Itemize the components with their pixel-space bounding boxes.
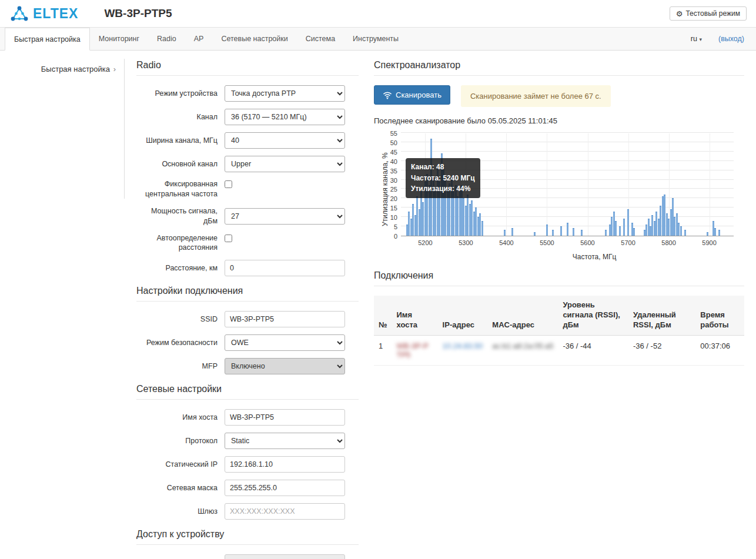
conn-ip-link-redacted[interactable]: 10.24.83.50 — [443, 342, 483, 350]
test-mode-label: Тестовый режим — [685, 9, 740, 18]
channel-control: 36 (5170 — 5210 МГц) — [225, 109, 345, 125]
tab-ap[interactable]: AP — [185, 28, 213, 50]
gateway-input[interactable] — [225, 503, 345, 520]
conn-column-0: № — [374, 296, 392, 335]
spectrum-chart: Утилизация канала, % Канал: 48 Частота: … — [374, 133, 738, 261]
tx-power-label: Мощность сигнала, дБм — [136, 206, 225, 226]
spectrum-bar — [581, 230, 583, 236]
sidebar-item-label: Быстрая настройка — [41, 65, 110, 73]
top-bar: ELTEX WB-3P-PTP5 ⚙ Тестовый режим — [0, 0, 756, 27]
spectrum-bar — [619, 226, 621, 236]
y-axis-tick: 20 — [380, 195, 397, 202]
connections-header-row: №Имя хостаIP-адресMAC-адресУровень сигна… — [374, 296, 744, 335]
fixed-center-freq-control — [225, 179, 345, 190]
chevron-down-icon: ▾ — [699, 36, 702, 42]
tooltip-utilization: Утилизация: 44% — [411, 183, 475, 195]
tab-monitoring[interactable]: Мониторинг — [90, 28, 148, 50]
ssid-label: SSID — [136, 314, 225, 324]
chart-tooltip: Канал: 48 Частота: 5240 МГц Утилизация: … — [406, 158, 480, 198]
y-axis-tick: 15 — [380, 205, 397, 212]
netmask-input[interactable] — [225, 480, 345, 496]
protocol-select[interactable]: Static — [225, 433, 345, 449]
channel-select[interactable]: 36 (5170 — 5210 МГц) — [225, 109, 345, 125]
mfp-label: MFP — [136, 361, 225, 371]
tab-radio[interactable]: Radio — [148, 28, 185, 50]
form-row-tx-power: Мощность сигнала, дБм27 — [136, 206, 359, 226]
scan-button[interactable]: Сканировать — [374, 85, 450, 105]
nav-tabs: Быстрая настройкаМониторингRadioAPСетевы… — [5, 28, 407, 50]
tab-network[interactable]: Сетевые настройки — [212, 28, 296, 50]
conn-mac-redacted: ac:b1:a8:2a:05:a5 — [492, 342, 553, 350]
x-axis-tick: 5300 — [454, 239, 477, 246]
fixed-center-freq-checkbox[interactable] — [225, 180, 232, 188]
eltex-logo[interactable]: ELTEX — [9, 5, 78, 22]
grid-line-horizontal — [401, 142, 734, 142]
static-ip-label: Статический IP — [136, 460, 225, 470]
tab-system[interactable]: Система — [297, 28, 344, 50]
security-mode-select[interactable]: OWE — [225, 334, 345, 351]
ssid-input[interactable] — [225, 311, 345, 327]
protocol-label: Протокол — [136, 436, 225, 446]
logout-link[interactable]: (выход) — [718, 35, 744, 43]
chart-plot-area: Канал: 48 Частота: 5240 МГц Утилизация: … — [401, 133, 734, 236]
connections-section-title: Подключения — [374, 270, 744, 286]
spectrum-bar — [605, 230, 607, 236]
form-row-hostname: Имя хоста — [136, 409, 359, 426]
conn-ip-cell: 10.24.83.50 — [438, 335, 488, 365]
conn-column-5: Удаленный RSSI, дБм — [628, 296, 695, 335]
x-axis-tick: 5800 — [657, 239, 681, 246]
tx-power-select[interactable]: 27 — [225, 208, 345, 225]
netmask-label: Сетевая маска — [136, 483, 225, 493]
primary-channel-select[interactable]: Upper — [225, 156, 345, 172]
mfp-control: Включено — [225, 358, 345, 374]
scan-button-label: Сканировать — [396, 91, 441, 99]
channel-label: Канал — [136, 112, 225, 122]
tab-tools[interactable]: Инструменты — [344, 28, 407, 50]
y-axis-tick: 10 — [380, 214, 397, 221]
channel-width-control: 40 — [225, 132, 345, 149]
spectrum-bar — [623, 219, 625, 236]
sidebar: Быстрая настройка › — [0, 59, 125, 559]
form-row-primary-channel: Основной каналUpper — [136, 156, 359, 172]
spectrum-bar — [546, 225, 548, 236]
channel-width-select[interactable]: 40 — [225, 132, 345, 149]
sidebar-item-quick-setup[interactable]: Быстрая настройка › — [0, 65, 116, 73]
tooltip-channel: Канал: 48 — [411, 162, 475, 173]
test-mode-button[interactable]: ⚙ Тестовый режим — [670, 6, 747, 21]
section-title-radio: Radio — [136, 60, 359, 76]
scan-duration-note: Сканирование займет не более 67 с. — [461, 85, 611, 107]
spectrum-bar — [481, 221, 483, 236]
sidebar-inner: Быстрая настройка › — [0, 59, 125, 199]
x-axis-tick: 5600 — [576, 239, 600, 246]
conn-number: 1 — [374, 335, 392, 365]
conn-rssi: -36 / -44 — [558, 335, 628, 365]
language-label: ru — [691, 35, 697, 43]
tx-power-control: 27 — [225, 208, 345, 225]
spectrum-bar — [552, 230, 554, 236]
device-mode-select[interactable]: Точка доступа PTP — [225, 85, 345, 102]
chart-x-axis-label: Частота, МГц — [428, 253, 756, 261]
hostname-input[interactable] — [225, 409, 345, 426]
right-column: Спектроанализатор Сканировать Сканирован… — [374, 59, 756, 559]
y-axis-tick: 30 — [380, 177, 397, 184]
distance-input[interactable] — [225, 260, 345, 276]
tab-quick-setup[interactable]: Быстрая настройка — [5, 28, 90, 51]
device-mode-control: Точка доступа PTP — [225, 85, 345, 102]
spectrum-bar — [534, 232, 536, 236]
spectrum-bar — [567, 223, 568, 236]
language-selector[interactable]: ru ▾ — [691, 35, 702, 43]
scan-row: Сканировать Сканирование займет не более… — [374, 85, 744, 107]
form-row-security-mode: Режим безопасностиOWE — [136, 334, 359, 351]
main-nav: Быстрая настройкаМониторингRadioAPСетевы… — [0, 27, 756, 51]
device-mode-label: Режим устройства — [136, 89, 225, 99]
conn-column-3: MAC-адрес — [487, 296, 558, 335]
eltex-logo-text: ELTEX — [33, 6, 78, 22]
x-axis-tick: 5200 — [413, 239, 437, 246]
static-ip-input[interactable] — [225, 456, 345, 473]
spectrum-bar — [684, 230, 686, 236]
y-axis-tick: 45 — [380, 149, 397, 156]
grid-line-horizontal — [401, 151, 734, 152]
last-scan-text: Последнее сканирование было 05.05.2025 1… — [374, 116, 744, 125]
form-row-channel: Канал36 (5170 — 5210 МГц) — [136, 109, 359, 125]
auto-distance-checkbox[interactable] — [225, 235, 232, 242]
